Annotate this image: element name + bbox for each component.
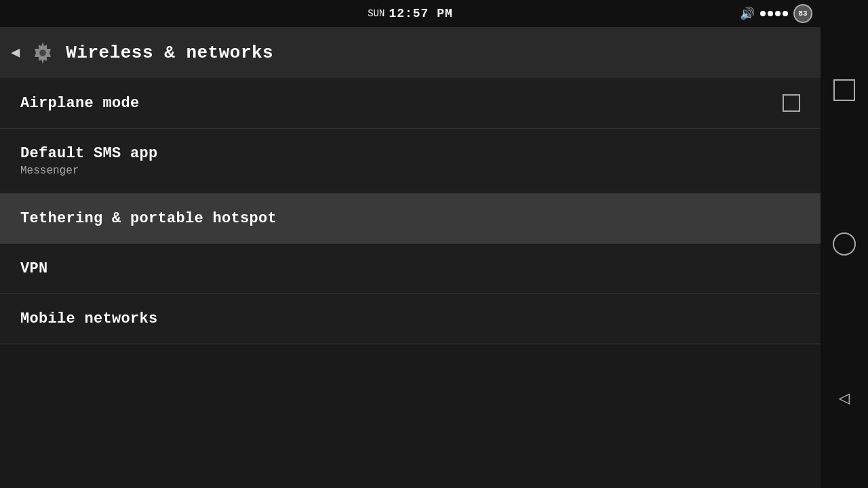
settings-item-tethering[interactable]: Tethering & portable hotspot — [0, 194, 821, 244]
main-content: Airplane mode Default SMS app Messenger … — [0, 78, 821, 344]
signal-dot-3 — [775, 11, 781, 16]
settings-item-default-sms[interactable]: Default SMS app Messenger — [0, 129, 821, 194]
square-button[interactable] — [829, 75, 859, 105]
square-icon — [833, 79, 855, 101]
circle-icon — [833, 232, 856, 256]
signal-dots — [760, 11, 788, 16]
settings-item-text: Default SMS app Messenger — [20, 145, 800, 177]
mobile-networks-label: Mobile networks — [20, 310, 800, 327]
back-triangle-icon: ◁ — [839, 386, 850, 409]
signal-dot-4 — [783, 11, 788, 16]
gear-icon-container — [28, 38, 58, 68]
tethering-label: Tethering & portable hotspot — [20, 210, 800, 227]
home-button[interactable] — [829, 229, 859, 259]
settings-item-airplane-mode[interactable]: Airplane mode — [0, 78, 821, 129]
status-bar-right: 🔊 83 — [740, 0, 812, 27]
default-sms-sublabel: Messenger — [20, 165, 800, 177]
settings-item-vpn[interactable]: VPN — [0, 244, 821, 294]
settings-item-text: Mobile networks — [20, 310, 800, 327]
back-icon[interactable]: ◀ — [11, 43, 20, 62]
volume-icon: 🔊 — [740, 6, 755, 21]
settings-item-mobile-networks[interactable]: Mobile networks — [0, 294, 821, 344]
header-bar: ◀ Wireless & networks — [0, 27, 821, 78]
settings-item-text: Airplane mode — [20, 95, 783, 112]
airplane-mode-label: Airplane mode — [20, 95, 783, 112]
status-day: SUN — [368, 8, 384, 19]
settings-item-text: Tethering & portable hotspot — [20, 210, 800, 227]
svg-point-1 — [39, 49, 46, 56]
vpn-label: VPN — [20, 260, 800, 277]
status-bar: SUN 12:57 PM 🔊 83 — [0, 0, 821, 27]
airplane-mode-checkbox[interactable] — [783, 94, 800, 112]
default-sms-label: Default SMS app — [20, 145, 800, 162]
signal-dot-2 — [768, 11, 773, 16]
settings-item-text: VPN — [20, 260, 800, 277]
status-time: 12:57 PM — [389, 7, 452, 20]
battery-badge: 83 — [793, 4, 812, 23]
page-title: Wireless & networks — [66, 43, 273, 63]
back-button[interactable]: ◁ — [829, 383, 859, 413]
signal-dot-1 — [760, 11, 766, 16]
side-nav: ◁ — [821, 0, 868, 488]
gear-icon — [29, 39, 56, 66]
